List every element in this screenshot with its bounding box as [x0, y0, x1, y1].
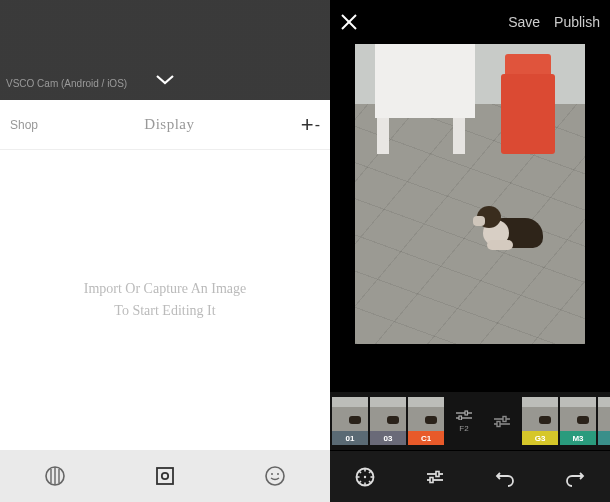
editor-top-bar: Save Publish	[330, 0, 610, 44]
svg-line-27	[359, 481, 361, 483]
filter-thumb[interactable]: 03	[370, 397, 406, 445]
undo-icon[interactable]	[494, 466, 516, 488]
svg-rect-14	[459, 416, 462, 420]
svg-rect-30	[436, 471, 439, 476]
filter-thumb[interactable]: 01	[332, 397, 368, 445]
minus-icon: -	[315, 116, 320, 134]
photo-canvas[interactable]	[330, 44, 610, 392]
empty-state: Import Or Capture An Image To Start Edit…	[0, 150, 330, 450]
close-icon[interactable]	[340, 13, 358, 31]
svg-point-6	[266, 467, 284, 485]
svg-point-8	[277, 473, 279, 475]
filter-strip[interactable]: 0103C1F2G3M3M5	[330, 392, 610, 450]
svg-rect-4	[157, 468, 173, 484]
app-platform-label: VSCO Cam (Android / iOS)	[6, 77, 127, 90]
svg-point-20	[364, 475, 366, 477]
svg-point-5	[162, 473, 168, 479]
grid-icon[interactable]	[44, 465, 66, 487]
camera-icon[interactable]	[154, 465, 176, 487]
shop-link[interactable]: Shop	[10, 118, 38, 132]
svg-rect-16	[503, 417, 506, 422]
save-button[interactable]: Save	[508, 14, 540, 30]
profile-icon[interactable]	[264, 465, 286, 487]
photo-preview	[355, 44, 585, 344]
svg-rect-12	[465, 411, 468, 415]
filter-thumb[interactable]: M5	[598, 397, 610, 445]
empty-state-line2: To Start Editing It	[114, 300, 215, 322]
chevron-down-icon[interactable]	[155, 74, 175, 86]
filter-thumb[interactable]: C1	[408, 397, 444, 445]
svg-line-28	[369, 471, 371, 473]
filter-thumb[interactable]: M3	[560, 397, 596, 445]
right-pane: Save Publish 0103C1F2G3M3M5	[330, 0, 610, 502]
publish-button[interactable]: Publish	[554, 14, 600, 30]
plus-icon: +	[301, 112, 314, 138]
background-document: VSCO Cam (Android / iOS)	[0, 0, 330, 100]
svg-rect-18	[497, 422, 500, 427]
presets-icon[interactable]	[354, 466, 376, 488]
left-pane: VSCO Cam (Android / iOS) Shop Display +-…	[0, 0, 330, 502]
import-button[interactable]: +-	[301, 112, 320, 138]
empty-state-line1: Import Or Capture An Image	[84, 278, 247, 300]
bottom-nav-left	[0, 450, 330, 502]
display-toggle[interactable]: Display	[144, 116, 194, 133]
editor-tool-bar	[330, 450, 610, 502]
library-header: Shop Display +-	[0, 100, 330, 150]
filter-tools-icon[interactable]: F2	[446, 397, 482, 445]
svg-line-26	[369, 481, 371, 483]
filter-thumb[interactable]: G3	[522, 397, 558, 445]
sliders-icon[interactable]	[424, 466, 446, 488]
filter-separator	[484, 397, 520, 445]
svg-line-25	[359, 471, 361, 473]
svg-rect-32	[430, 477, 433, 482]
redo-icon[interactable]	[564, 466, 586, 488]
svg-point-7	[271, 473, 273, 475]
